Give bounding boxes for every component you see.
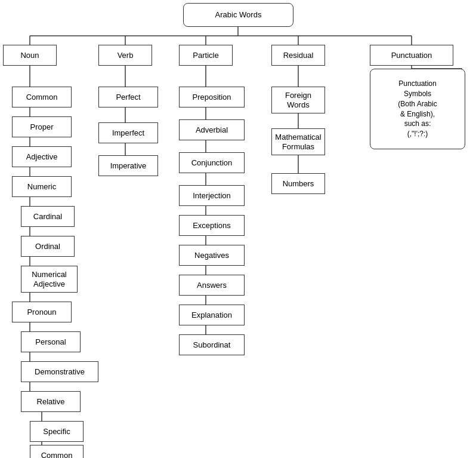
explanation-node: Explanation [179,305,245,325]
exceptions-node: Exceptions [179,215,245,236]
answers-node: Answers [179,275,245,296]
numadj-node: Numerical Adjective [21,266,78,293]
specific-node: Specific [30,421,84,442]
negatives-node: Negatives [179,245,245,266]
verb-node: Verb [98,45,152,66]
punctsymbols-node: Punctuation Symbols (Both Arabic & Engli… [370,69,465,149]
numbers-node: Numbers [271,173,325,194]
foreignwords-node: Foreign Words [271,87,325,113]
perfect-node: Perfect [98,87,158,107]
demonstrative-node: Demonstrative [21,361,98,382]
tree-container: Arabic Words Noun Verb Particle Residual… [0,0,476,458]
adverbial-node: Adverbial [179,119,245,140]
preposition-node: Preposition [179,87,245,107]
particle-node: Particle [179,45,233,66]
punctuation-node: Punctuation [370,45,453,66]
proper-node: Proper [12,116,72,137]
noun-node: Noun [3,45,57,66]
cardinal-node: Cardinal [21,206,75,227]
relative-node: Relative [21,391,81,412]
root-node: Arabic Words [183,3,293,27]
imperative-node: Imperative [98,155,158,176]
common1-node: Common [12,87,72,107]
mathformulas-node: Mathematical Formulas [271,128,325,155]
pronoun-node: Pronoun [12,302,72,322]
ordinal-node: Ordinal [21,236,75,257]
common2-node: Common [30,445,84,458]
residual-node: Residual [271,45,325,66]
numeric-node: Numeric [12,176,72,197]
imperfect-node: Imperfect [98,122,158,143]
interjection-node: Interjection [179,185,245,206]
subordinat-node: Subordinat [179,334,245,355]
personal-node: Personal [21,331,81,352]
conjunction-node: Conjunction [179,152,245,173]
adjective-node: Adjective [12,146,72,167]
